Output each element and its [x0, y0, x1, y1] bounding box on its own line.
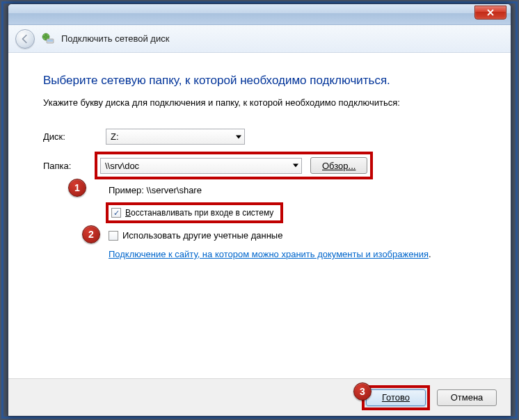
folder-label: Папка:: [43, 161, 74, 171]
other-credentials-label: Использовать другие учетные данные: [122, 230, 282, 241]
other-credentials-checkbox[interactable]: [109, 231, 118, 241]
close-icon: [487, 9, 494, 16]
finish-button[interactable]: Готово: [366, 389, 426, 406]
other-credentials-row: Использовать другие учетные данные: [109, 230, 486, 241]
close-button[interactable]: [474, 6, 506, 19]
browse-button[interactable]: Обзор...: [310, 157, 367, 174]
reconnect-checkbox[interactable]: ✓: [111, 208, 121, 218]
cancel-button[interactable]: Отмена: [437, 389, 497, 406]
drive-combo[interactable]: Z:: [106, 129, 245, 145]
network-drive-icon: [42, 33, 54, 45]
link-period: .: [429, 249, 431, 259]
folder-row: Папка: \\srv\doc Обзор...: [43, 152, 486, 179]
drive-row: Диск: Z:: [43, 129, 486, 145]
folder-highlight-box: \\srv\doc Обзор...: [95, 152, 373, 179]
arrow-left-icon: [20, 34, 30, 44]
reconnect-highlight-box: ✓ Восстанавливать при входе в систему: [106, 202, 283, 223]
drive-label: Диск:: [43, 131, 78, 142]
reconnect-label: Восстанавливать при входе в систему: [125, 208, 273, 218]
folder-value: \\srv\doc: [105, 161, 139, 171]
chevron-down-icon: [293, 164, 298, 168]
window-title: Подключить сетевой диск: [61, 33, 169, 44]
finish-highlight-box: Готово: [362, 385, 430, 410]
header-strip: Подключить сетевой диск: [8, 25, 511, 53]
annotation-badge-2: 2: [82, 225, 100, 243]
website-link[interactable]: Подключение к сайту, на котором можно хр…: [109, 249, 429, 259]
titlebar: [8, 4, 511, 25]
folder-combo[interactable]: \\srv\doc: [100, 158, 302, 174]
drive-value: Z:: [111, 131, 119, 142]
annotation-badge-1: 1: [68, 179, 86, 197]
wizard-window: Подключить сетевой диск Выберите сетевую…: [8, 3, 511, 417]
instruction-text: Укажите букву диска для подключения и па…: [43, 97, 486, 108]
example-text: Пример: \\server\share: [109, 185, 486, 195]
page-heading: Выберите сетевую папку, к которой необхо…: [43, 74, 486, 88]
back-button[interactable]: [15, 29, 35, 49]
chevron-down-icon: [236, 135, 241, 138]
footer: 3 Готово Отмена: [8, 378, 511, 416]
annotation-badge-3: 3: [353, 382, 372, 401]
svg-rect-2: [47, 40, 53, 42]
